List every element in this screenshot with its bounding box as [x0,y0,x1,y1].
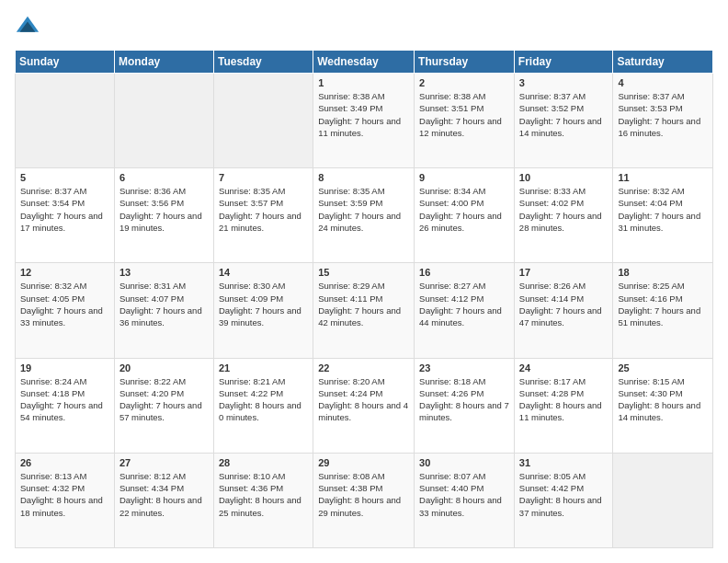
day-number: 22 [318,362,409,373]
day-number: 10 [519,172,609,183]
day-info: Sunset: 4:36 PM [219,482,308,494]
day-info: Sunset: 4:00 PM [419,197,509,209]
day-info: Daylight: 7 hours and 42 minutes. [318,304,409,329]
day-number: 18 [618,267,708,278]
calendar-week-row: 5Sunrise: 8:37 AMSunset: 3:54 PMDaylight… [16,168,713,263]
day-info: Sunrise: 8:26 AM [519,280,609,292]
day-info: Sunset: 4:22 PM [219,387,308,399]
day-info: Sunset: 4:02 PM [519,197,609,209]
calendar-cell: 10Sunrise: 8:33 AMSunset: 4:02 PMDayligh… [514,168,613,263]
calendar-cell: 1Sunrise: 8:38 AMSunset: 3:49 PMDaylight… [313,74,415,168]
day-info: Sunset: 4:28 PM [519,387,609,399]
day-info: Sunrise: 8:20 AM [318,375,409,387]
calendar-week-row: 12Sunrise: 8:32 AMSunset: 4:05 PMDayligh… [16,263,713,358]
calendar-cell: 15Sunrise: 8:29 AMSunset: 4:11 PMDayligh… [313,263,415,358]
day-info: Daylight: 7 hours and 26 minutes. [419,210,509,235]
calendar-week-row: 19Sunrise: 8:24 AMSunset: 4:18 PMDayligh… [16,358,713,453]
calendar-cell: 16Sunrise: 8:27 AMSunset: 4:12 PMDayligh… [415,263,515,358]
day-info: Sunrise: 8:07 AM [419,470,509,482]
day-info: Daylight: 7 hours and 39 minutes. [219,304,308,329]
day-info: Sunrise: 8:12 AM [119,470,209,482]
day-info: Sunrise: 8:05 AM [519,470,609,482]
calendar-cell [114,74,213,168]
day-number: 11 [618,172,708,183]
day-number: 16 [419,267,509,278]
day-number: 7 [219,172,308,183]
calendar-cell: 26Sunrise: 8:13 AMSunset: 4:32 PMDayligh… [16,453,115,547]
day-of-week-header: Monday [114,51,213,74]
calendar-cell: 11Sunrise: 8:32 AMSunset: 4:04 PMDayligh… [613,168,713,263]
day-info: Sunset: 3:49 PM [318,102,409,114]
calendar-cell: 24Sunrise: 8:17 AMSunset: 4:28 PMDayligh… [514,358,613,453]
day-info: Daylight: 7 hours and 12 minutes. [419,115,509,140]
day-info: Sunset: 4:12 PM [419,293,509,304]
day-info: Sunrise: 8:38 AM [318,90,409,102]
day-number: 21 [219,362,308,373]
day-info: Sunset: 4:16 PM [618,293,708,304]
day-number: 1 [318,77,409,88]
calendar-cell: 14Sunrise: 8:30 AMSunset: 4:09 PMDayligh… [213,263,313,358]
calendar-cell: 18Sunrise: 8:25 AMSunset: 4:16 PMDayligh… [613,263,713,358]
calendar-cell: 20Sunrise: 8:22 AMSunset: 4:20 PMDayligh… [114,358,213,453]
day-info: Daylight: 7 hours and 24 minutes. [318,210,409,235]
day-info: Sunset: 4:40 PM [419,482,509,494]
day-info: Daylight: 7 hours and 57 minutes. [119,399,209,424]
calendar-cell: 13Sunrise: 8:31 AMSunset: 4:07 PMDayligh… [114,263,213,358]
day-number: 12 [20,267,109,278]
calendar-week-row: 26Sunrise: 8:13 AMSunset: 4:32 PMDayligh… [16,453,713,547]
day-number: 27 [119,457,209,468]
day-info: Sunrise: 8:36 AM [119,185,209,197]
day-info: Sunrise: 8:32 AM [20,280,109,292]
day-info: Sunset: 4:34 PM [119,482,209,494]
header [15,15,713,40]
day-number: 24 [519,362,609,373]
day-of-week-header: Thursday [415,51,515,74]
calendar-cell: 12Sunrise: 8:32 AMSunset: 4:05 PMDayligh… [16,263,115,358]
calendar-cell: 3Sunrise: 8:37 AMSunset: 3:52 PMDaylight… [514,74,613,168]
day-number: 8 [318,172,409,183]
day-number: 6 [119,172,209,183]
day-info: Sunset: 4:09 PM [219,293,308,304]
day-info: Sunset: 3:57 PM [219,197,308,209]
day-info: Sunset: 4:04 PM [618,197,708,209]
day-info: Sunset: 4:24 PM [318,387,409,399]
day-info: Daylight: 8 hours and 29 minutes. [318,494,409,519]
day-info: Daylight: 7 hours and 44 minutes. [419,304,509,329]
day-info: Daylight: 7 hours and 11 minutes. [318,115,409,140]
day-info: Daylight: 8 hours and 22 minutes. [119,494,209,519]
day-info: Daylight: 7 hours and 28 minutes. [519,210,609,235]
calendar-cell [613,453,713,547]
day-info: Sunrise: 8:13 AM [20,470,109,482]
logo-icon [15,15,40,40]
calendar-cell [16,74,115,168]
day-info: Sunrise: 8:18 AM [419,375,509,387]
day-info: Daylight: 7 hours and 19 minutes. [119,210,209,235]
day-info: Sunrise: 8:37 AM [20,185,109,197]
day-number: 17 [519,267,609,278]
calendar-cell: 30Sunrise: 8:07 AMSunset: 4:40 PMDayligh… [415,453,515,547]
calendar-cell: 5Sunrise: 8:37 AMSunset: 3:54 PMDaylight… [16,168,115,263]
day-info: Daylight: 7 hours and 54 minutes. [20,399,109,424]
day-info: Daylight: 7 hours and 33 minutes. [20,304,109,329]
calendar-cell: 8Sunrise: 8:35 AMSunset: 3:59 PMDaylight… [313,168,415,263]
calendar-cell: 21Sunrise: 8:21 AMSunset: 4:22 PMDayligh… [213,358,313,453]
day-info: Daylight: 8 hours and 25 minutes. [219,494,308,519]
calendar-cell: 2Sunrise: 8:38 AMSunset: 3:51 PMDaylight… [415,74,515,168]
day-number: 4 [618,77,708,88]
day-number: 29 [318,457,409,468]
day-number: 2 [419,77,509,88]
day-info: Sunset: 4:32 PM [20,482,109,494]
day-info: Sunrise: 8:38 AM [419,90,509,102]
day-info: Sunrise: 8:25 AM [618,280,708,292]
day-info: Sunrise: 8:15 AM [618,375,708,387]
day-of-week-header: Tuesday [213,51,313,74]
day-number: 15 [318,267,409,278]
day-info: Sunrise: 8:10 AM [219,470,308,482]
day-info: Sunset: 4:18 PM [20,387,109,399]
day-info: Sunrise: 8:27 AM [419,280,509,292]
day-info: Daylight: 8 hours and 33 minutes. [419,494,509,519]
day-info: Sunrise: 8:37 AM [618,90,708,102]
day-number: 19 [20,362,109,373]
calendar-cell: 31Sunrise: 8:05 AMSunset: 4:42 PMDayligh… [514,453,613,547]
day-info: Sunrise: 8:30 AM [219,280,308,292]
